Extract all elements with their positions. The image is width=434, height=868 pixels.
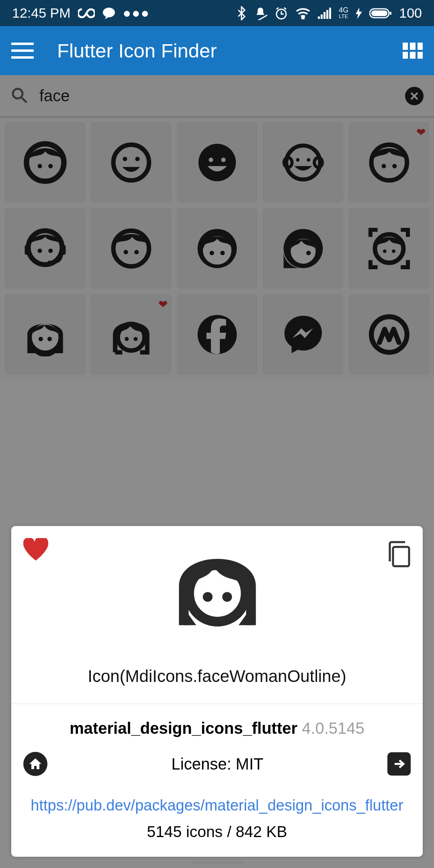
- package-version: 4.0.5145: [302, 719, 364, 737]
- favorite-button[interactable]: [23, 538, 48, 562]
- charging-icon: [356, 8, 362, 19]
- package-stats: 5145 icons / 842 KB: [11, 817, 423, 857]
- home-button[interactable]: [23, 752, 47, 776]
- package-url-link[interactable]: https://pub.dev/packages/material_design…: [31, 797, 403, 814]
- svg-rect-11: [390, 12, 391, 15]
- app-bar: Flutter Icon Finder: [0, 26, 434, 75]
- svg-point-0: [103, 8, 115, 17]
- signal-icon: [318, 8, 332, 19]
- menu-button[interactable]: [11, 43, 34, 59]
- detail-sheet: Icon(MdiIcons.faceWomanOutline) material…: [0, 515, 434, 868]
- svg-rect-7: [326, 10, 328, 19]
- svg-rect-4: [318, 16, 320, 19]
- package-name: material_design_icons_flutter: [70, 719, 297, 737]
- package-row: material_design_icons_flutter 4.0.5145: [11, 704, 423, 745]
- package-url-row: https://pub.dev/packages/material_design…: [11, 783, 423, 817]
- wifi-icon: [295, 7, 311, 19]
- grid-toggle-button[interactable]: [403, 43, 423, 59]
- nav-handle[interactable]: [191, 861, 243, 864]
- chat-bubble-icon: [102, 7, 116, 19]
- icon-code-text: Icon(MdiIcons.faceWomanOutline): [11, 635, 423, 704]
- svg-rect-1: [258, 14, 268, 20]
- svg-rect-10: [371, 10, 387, 16]
- bluetooth-icon: [237, 6, 246, 20]
- battery-icon: [369, 8, 392, 19]
- status-time: 12:45 PM: [12, 5, 71, 21]
- open-link-button[interactable]: [387, 752, 411, 776]
- svg-rect-5: [321, 14, 323, 19]
- infinity-icon: [78, 8, 95, 18]
- alarm-icon: [274, 6, 288, 20]
- status-bar: 12:45 PM ●●● 4G LTE: [0, 0, 434, 26]
- more-dots-icon: ●●●: [123, 5, 150, 21]
- svg-point-60: [222, 592, 232, 602]
- network-label: 4G LTE: [339, 7, 348, 20]
- svg-point-3: [302, 17, 304, 19]
- copy-button[interactable]: [387, 540, 411, 569]
- battery-percent: 100: [399, 5, 422, 21]
- svg-rect-61: [393, 547, 409, 566]
- app-title: Flutter Icon Finder: [57, 39, 217, 62]
- svg-point-59: [203, 592, 213, 602]
- svg-rect-8: [329, 8, 331, 19]
- license-text: License: MIT: [47, 755, 387, 773]
- dnd-icon: [254, 6, 267, 20]
- detail-icon-preview: [48, 538, 387, 631]
- svg-rect-6: [323, 12, 326, 19]
